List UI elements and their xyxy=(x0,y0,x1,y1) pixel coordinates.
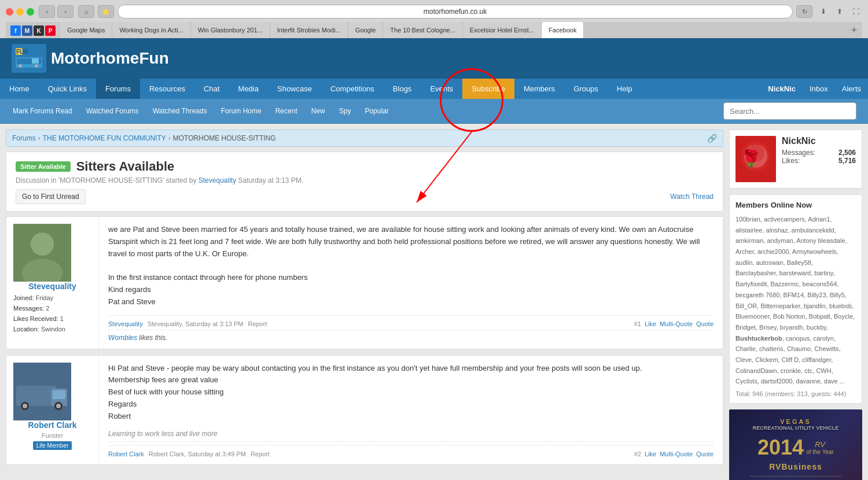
home-button[interactable]: ⌂ xyxy=(78,5,94,18)
minimize-button[interactable] xyxy=(16,8,24,16)
post-2-badge: Life Member xyxy=(33,441,72,450)
nav-forums[interactable]: Forums xyxy=(96,79,140,99)
nav-groups[interactable]: Groups xyxy=(564,79,608,99)
post-1-likes: Likes Received: 1 xyxy=(13,315,91,322)
subnav-watched-forums[interactable]: Watched Forums xyxy=(79,102,146,120)
m-favicon[interactable]: M xyxy=(22,25,32,36)
breadcrumb-forums[interactable]: Forums xyxy=(12,134,36,142)
post-2-report-link[interactable]: Report xyxy=(251,451,270,457)
tab-win-glastonbury[interactable]: Win Glastonbury 201... xyxy=(191,22,270,38)
tab-google[interactable]: Google xyxy=(348,22,383,38)
post-2-role: Funster xyxy=(13,432,91,439)
subnav-spy[interactable]: Spy xyxy=(332,102,358,120)
back-button[interactable]: ‹ xyxy=(39,5,55,18)
subnav-new[interactable]: New xyxy=(304,102,332,120)
post-1-number: #1 xyxy=(634,320,641,327)
nav-events[interactable]: Events xyxy=(421,79,462,99)
nav-chat[interactable]: Chat xyxy=(194,79,229,99)
breadcrumb-link-icon[interactable]: 🔗 xyxy=(707,134,717,143)
post-2-footer-right: #2 Like Multi-Quote Quote xyxy=(634,451,713,457)
watch-thread-link[interactable]: Watch Thread xyxy=(670,193,713,201)
nav-help[interactable]: Help xyxy=(608,79,642,99)
tab-facebook[interactable]: Facebook xyxy=(542,22,584,38)
post-2: Robert Clark Funster Life Member Hi Pat … xyxy=(6,355,723,465)
post-1-quote-link[interactable]: Quote xyxy=(696,320,713,327)
tab-working-dogs[interactable]: Working Dogs in Acti... xyxy=(112,22,190,38)
profile-messages-stat: Messages: 2,506 xyxy=(782,149,856,157)
download-icon[interactable]: ⬇ xyxy=(817,5,830,18)
post-2-author-link[interactable]: Robert Clark xyxy=(108,451,144,457)
post-1-username[interactable]: Stevequality xyxy=(13,282,91,291)
post-2-username[interactable]: Robert Clark xyxy=(13,420,91,430)
profile-card: 🌹 NickNic Messages: 2,506 Likes: 5,716 xyxy=(729,130,862,189)
breadcrumb-current: MOTORHOME HOUSE-SITTING xyxy=(173,134,276,142)
profile-info: NickNic Messages: 2,506 Likes: 5,716 xyxy=(782,136,856,182)
nav-members[interactable]: Members xyxy=(514,79,564,99)
svg-rect-6 xyxy=(32,58,39,64)
bold-member[interactable]: Bushtuckerbob xyxy=(735,335,782,342)
maximize-button[interactable] xyxy=(27,8,34,16)
fullscreen-icon[interactable]: ⛶ xyxy=(849,5,862,18)
site-logo[interactable]: FUN MotorhomeFun xyxy=(12,44,169,73)
profile-username[interactable]: NickNic xyxy=(782,136,856,146)
traffic-lights xyxy=(6,8,34,16)
subnav-forum-home[interactable]: Forum Home xyxy=(214,102,269,120)
refresh-button[interactable]: ↻ xyxy=(796,5,812,18)
post-2-multiquote-link[interactable]: Multi-Quote xyxy=(660,451,693,457)
go-to-first-unread-button[interactable]: Go to First Unread xyxy=(16,189,86,204)
nav-quick-links[interactable]: Quick Links xyxy=(39,79,96,99)
subnav-recent[interactable]: Recent xyxy=(269,102,304,120)
facebook-favicon[interactable]: f xyxy=(10,25,21,36)
thread-header: Sitter Available Sitters Available Discu… xyxy=(6,152,723,212)
nav-resources[interactable]: Resources xyxy=(140,79,194,99)
post-1-messages: Messages: 2 xyxy=(13,305,91,312)
nav-media[interactable]: Media xyxy=(229,79,268,99)
k-favicon[interactable]: K xyxy=(34,25,44,36)
bookmark-button[interactable]: ⭐ xyxy=(98,5,114,18)
wombles-link[interactable]: Wombles xyxy=(108,334,137,342)
nav-inbox[interactable]: Inbox xyxy=(803,79,835,99)
nav-blogs[interactable]: Blogs xyxy=(384,79,421,99)
ad-of-year: of the Year xyxy=(806,449,834,455)
breadcrumb-community[interactable]: THE MOTORHOME FUN COMMUNITY xyxy=(43,134,166,142)
nav-alerts[interactable]: Alerts xyxy=(835,79,868,99)
nav-username[interactable]: NickNic xyxy=(761,79,803,99)
tab-google-maps[interactable]: Google Maps xyxy=(60,22,112,38)
subnav-watched-threads[interactable]: Watched Threads xyxy=(146,102,214,120)
url-bar[interactable]: motorhomefun.co.uk xyxy=(117,5,793,19)
post-1-multiquote-link[interactable]: Multi-Quote xyxy=(660,320,693,327)
nav-home[interactable]: Home xyxy=(0,79,39,99)
nav-competitions[interactable]: Competitions xyxy=(321,79,384,99)
tab-interfit[interactable]: Interfit Strobies Modi... xyxy=(270,22,348,38)
ad-rv-text: RV xyxy=(806,440,834,449)
members-online-title: Members Online Now xyxy=(735,201,856,209)
tab-excelsior[interactable]: Excelsior Hotel Ernst... xyxy=(463,22,542,38)
search-input[interactable] xyxy=(723,102,856,120)
pinterest-favicon[interactable]: P xyxy=(45,25,56,36)
thread-date: Saturday at 3:13 PM. xyxy=(238,176,303,184)
thread-author-link[interactable]: Stevequality xyxy=(198,176,236,184)
svg-point-4 xyxy=(19,64,22,68)
share-icon[interactable]: ⬆ xyxy=(833,5,846,18)
tab-cologne[interactable]: The 10 Best Cologne... xyxy=(383,22,463,38)
svg-point-5 xyxy=(35,64,38,68)
browser-titlebar: ‹ › ⌂ ⭐ motorhomefun.co.uk ↻ ⬇ ⬆ ⛶ xyxy=(6,5,862,19)
nav-subscribe[interactable]: Subscribe xyxy=(462,79,514,99)
new-tab-button[interactable]: + xyxy=(846,22,862,38)
post-2-tagline: Learning to work less and live more xyxy=(108,430,713,442)
url-bar-wrap: ⌂ ⭐ motorhomefun.co.uk ↻ xyxy=(78,5,812,19)
ad-box[interactable]: VEGAS RECREATIONAL UTILITY VEHICLE 2014 … xyxy=(729,409,862,480)
subnav-mark-forums-read[interactable]: Mark Forums Read xyxy=(6,102,79,120)
post-1-location: Location: Swindon xyxy=(13,326,91,333)
post-1-like-link[interactable]: Like xyxy=(645,320,656,327)
close-button[interactable] xyxy=(6,8,13,16)
post-2-quote-link[interactable]: Quote xyxy=(696,451,713,457)
svg-text:FUN: FUN xyxy=(16,49,28,55)
post-1-author-link[interactable]: Stevequality xyxy=(108,320,143,327)
post-2-like-link[interactable]: Like xyxy=(645,451,656,457)
profile-avatar: 🌹 xyxy=(735,136,776,182)
subnav-popular[interactable]: Popular xyxy=(358,102,395,120)
post-1-report-link[interactable]: Report xyxy=(248,320,267,327)
nav-showcase[interactable]: Showcase xyxy=(268,79,321,99)
forward-button[interactable]: › xyxy=(57,5,73,18)
